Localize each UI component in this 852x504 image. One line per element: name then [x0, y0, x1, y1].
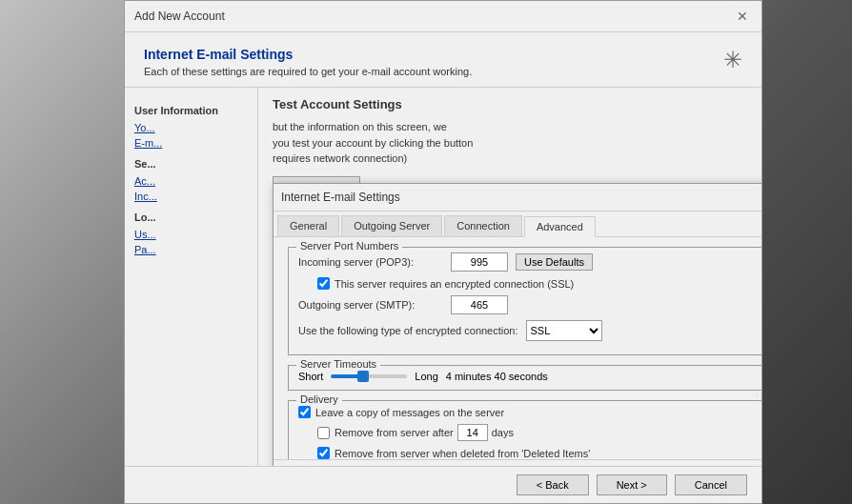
delivery-group: Delivery Leave a copy of messages on the…	[288, 400, 761, 459]
use-defaults-button[interactable]: Use Defaults	[516, 253, 593, 271]
encryption-type-select[interactable]: None SSL TLS Auto	[526, 320, 602, 341]
outgoing-server-input[interactable]	[451, 295, 508, 314]
header-text: Internet E-mail Settings Each of these s…	[144, 47, 472, 77]
timeout-row: Short Long 4 minutes 40 seconds	[298, 371, 761, 382]
sidebar-link-em[interactable]: E-m...	[130, 135, 253, 151]
sidebar-user-info-title: User Information	[134, 105, 248, 116]
cancel-button[interactable]: Cancel	[675, 474, 747, 495]
main-area: User Information Yo... E-m... Se... Ac..…	[125, 88, 761, 466]
sidebar-link-pa[interactable]: Pa...	[130, 242, 253, 257]
leave-copy-row: Leave a copy of messages on the server	[298, 406, 761, 418]
ssl-checkbox-label: This server requires an encrypted connec…	[335, 278, 574, 290]
encryption-type-label: Use the following type of encrypted conn…	[298, 325, 518, 336]
timeout-value: 4 minutes 40 seconds	[446, 371, 548, 382]
sidebar-link-inc[interactable]: Inc...	[130, 189, 253, 204]
server-port-numbers-title: Server Port Numbers	[296, 240, 402, 252]
remove-after-label: Remove from server after	[335, 427, 454, 438]
leave-copy-checkbox[interactable]	[298, 406, 311, 418]
outer-footer: < Back Next > Cancel	[125, 466, 761, 503]
tab-general[interactable]: General	[277, 215, 339, 236]
tabs-container: General Outgoing Server Connection Advan…	[274, 212, 761, 237]
remove-after-row: Remove from server after days	[317, 424, 761, 441]
next-button[interactable]: Next >	[597, 474, 667, 495]
remove-deleted-row: Remove from server when deleted from 'De…	[317, 447, 761, 459]
sidebar-server-title: Se...	[134, 158, 248, 170]
ssl-checkbox[interactable]	[317, 277, 330, 290]
long-label: Long	[415, 371, 437, 382]
sidebar-link-us[interactable]: Us...	[130, 227, 253, 242]
leave-copy-label: Leave a copy of messages on the server	[315, 407, 504, 418]
incoming-server-label: Incoming server (POP3):	[298, 256, 451, 268]
remove-days-input[interactable]	[457, 424, 488, 441]
remove-deleted-checkbox[interactable]	[317, 447, 330, 459]
sidebar-link-yo[interactable]: Yo...	[130, 120, 253, 135]
header-section: Internet E-mail Settings Each of these s…	[125, 32, 761, 88]
outer-window-title: Add New Account	[134, 10, 225, 23]
left-sidebar: User Information Yo... E-m... Se... Ac..…	[125, 88, 258, 466]
timeout-slider-container	[331, 374, 407, 378]
server-timeouts-title: Server Timeouts	[296, 358, 380, 370]
remove-after-checkbox[interactable]	[317, 427, 330, 439]
tab-connection[interactable]: Connection	[444, 215, 522, 236]
incoming-server-row: Incoming server (POP3): Use Defaults	[298, 252, 761, 272]
back-button[interactable]: < Back	[517, 474, 589, 495]
tab-advanced[interactable]: Advanced	[524, 216, 596, 237]
tab-outgoing-server[interactable]: Outgoing Server	[341, 215, 442, 236]
test-account-text1: but the information on this screen, we y…	[273, 119, 747, 167]
sidebar-lo-title: Lo...	[134, 212, 248, 223]
short-label: Short	[298, 371, 323, 382]
incoming-server-input[interactable]	[451, 252, 508, 272]
inner-dialog: Internet E-mail Settings ✕ General Outgo…	[273, 183, 761, 466]
outer-window: Add New Account ✕ Internet E-mail Settin…	[124, 0, 762, 504]
test-account-title: Test Account Settings	[273, 97, 747, 111]
encryption-type-row: Use the following type of encrypted conn…	[298, 320, 761, 341]
days-label: days	[492, 427, 514, 438]
outer-close-button[interactable]: ✕	[733, 7, 752, 26]
dialog-footer: OK Cancel	[274, 459, 761, 466]
delivery-title: Delivery	[296, 393, 342, 405]
slider-thumb	[357, 371, 369, 382]
dialog-titlebar: Internet E-mail Settings ✕	[274, 184, 761, 212]
outer-titlebar: Add New Account ✕	[125, 1, 761, 32]
right-content: Test Account Settings but the informatio…	[258, 88, 761, 466]
timeout-slider[interactable]	[331, 374, 407, 378]
server-timeouts-group: Server Timeouts Short Long 4 minutes 40 …	[288, 365, 761, 391]
header-heading: Internet E-mail Settings	[144, 47, 472, 62]
outer-content: Internet E-mail Settings Each of these s…	[125, 32, 761, 503]
ssl-checkbox-row: This server requires an encrypted connec…	[317, 277, 761, 290]
server-port-numbers-group: Server Port Numbers Incoming server (POP…	[288, 247, 761, 355]
outgoing-server-label: Outgoing server (SMTP):	[298, 299, 451, 311]
dialog-content: Server Port Numbers Incoming server (POP…	[274, 237, 761, 459]
header-subtext: Each of these settings are required to g…	[144, 66, 472, 77]
dialog-title: Internet E-mail Settings	[281, 191, 400, 204]
sidebar-link-ac[interactable]: Ac...	[130, 173, 253, 189]
outgoing-server-row: Outgoing server (SMTP):	[298, 295, 761, 314]
cursor-icon: ✳	[723, 47, 742, 73]
remove-deleted-label: Remove from server when deleted from 'De…	[335, 448, 590, 459]
